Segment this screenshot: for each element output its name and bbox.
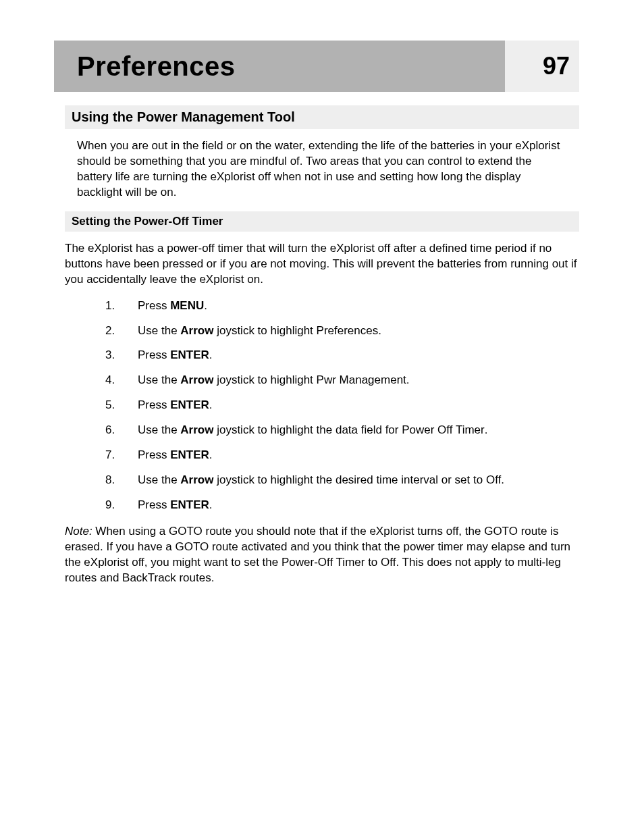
section-heading: Using the Power Management Tool xyxy=(65,105,579,129)
note-label: Note: xyxy=(65,525,92,538)
step-item: Press MENU. xyxy=(105,298,579,314)
steps-list: Press MENU. Use the Arrow joystick to hi… xyxy=(65,298,579,513)
page-title: Preferences xyxy=(77,51,236,82)
page-number: 97 xyxy=(505,41,579,92)
step-item: Press ENTER. xyxy=(105,348,579,363)
step-item: Use the Arrow joystick to highlight the … xyxy=(105,423,579,438)
step-item: Press ENTER. xyxy=(105,448,579,463)
note-paragraph: Note: When using a GOTO route you should… xyxy=(65,524,579,586)
step-item: Press ENTER. xyxy=(105,498,579,513)
header-title-area: Preferences xyxy=(54,41,505,92)
step-item: Use the Arrow joystick to highlight Pwr … xyxy=(105,373,579,388)
step-item: Press ENTER. xyxy=(105,398,579,413)
step-item: Use the Arrow joystick to highlight Pref… xyxy=(105,323,579,339)
subsection-intro: The eXplorist has a power-off timer that… xyxy=(65,241,579,288)
page: Preferences 97 Using the Power Managemen… xyxy=(0,0,644,637)
subsection-heading: Setting the Power-Off Timer xyxy=(65,211,579,232)
step-item: Use the Arrow joystick to highlight the … xyxy=(105,473,579,488)
section-intro: When you are out in the field or on the … xyxy=(77,138,567,201)
page-header: Preferences 97 xyxy=(54,41,579,92)
